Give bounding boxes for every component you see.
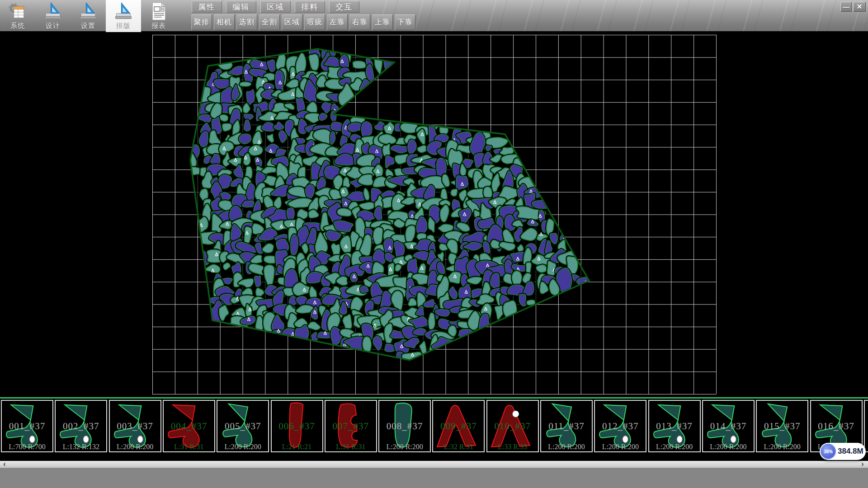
app-tabs: 系统设计设置排版报表 xyxy=(0,0,176,32)
thumbnail-cell-1[interactable]: 001_#37L:700 R:700 xyxy=(1,400,53,452)
app-tab-label: 设计 xyxy=(46,22,60,30)
app-tab-label: 系统 xyxy=(10,22,25,30)
tool-button-7[interactable]: 左靠 xyxy=(327,14,348,30)
app-tab-5[interactable]: 报表 xyxy=(141,0,176,32)
tool-button-10[interactable]: 下靠 xyxy=(395,14,415,30)
piece-lr-label: L:200 R:200 xyxy=(379,443,430,451)
piece-hole xyxy=(137,436,142,443)
toolbar: 系统设计设置排版报表 属性编辑区域排料交互 聚排相机选割全割区域瑕疵左靠右靠上靠… xyxy=(0,0,868,32)
design-icon xyxy=(43,1,63,21)
menu-item-4[interactable]: 排料 xyxy=(295,1,325,13)
progress-percent-badge: 38% xyxy=(821,444,836,459)
minimize-button[interactable]: — xyxy=(840,2,852,12)
piece-lr-label: L:33 R:33 xyxy=(487,443,538,451)
tool-button-5[interactable]: 区域 xyxy=(282,14,302,30)
piece-hole xyxy=(731,436,736,443)
menu-item-5[interactable]: 交互 xyxy=(329,1,359,13)
thumbnail-cell-3[interactable]: 003_#37L:200 R:200 xyxy=(109,400,161,452)
piece-id-label: 017_#37 xyxy=(865,421,868,432)
tool-button-3[interactable]: 选割 xyxy=(236,14,257,30)
thumbnail-cell-7[interactable]: 007_#37L:31 R:31 xyxy=(325,400,377,452)
piece-id-label: 015_#37 xyxy=(757,421,807,432)
piece-lr-label: L:200 R:200 xyxy=(541,443,592,451)
piece-hole xyxy=(84,436,89,443)
piece-id-label: 002_#37 xyxy=(56,421,106,432)
menu-bar: 属性编辑区域排料交互 xyxy=(192,1,363,14)
piece-id-label: 005_#37 xyxy=(217,421,268,432)
system-icon xyxy=(8,1,28,21)
piece-id-label: 012_#37 xyxy=(595,421,646,432)
thumbnail-cell-13[interactable]: 013_#37L:200 R:200 xyxy=(648,400,701,452)
window-controls: — ✕ xyxy=(839,2,866,12)
scroll-left-arrow-icon[interactable]: ‹ xyxy=(1,460,8,467)
menu-item-3[interactable]: 区域 xyxy=(260,1,291,13)
memory-usage-label: 384.8M xyxy=(838,443,863,460)
piece-hole xyxy=(677,436,682,443)
tool-button-6[interactable]: 瑕疵 xyxy=(304,14,325,30)
app-tab-1[interactable]: 系统 xyxy=(0,0,35,32)
piece-id-label: 013_#37 xyxy=(649,421,700,432)
nesting-canvas[interactable] xyxy=(0,32,868,397)
close-button[interactable]: ✕ xyxy=(853,2,866,12)
tool-button-9[interactable]: 上靠 xyxy=(372,14,393,30)
layout-icon xyxy=(113,1,133,21)
piece-id-label: 009_#37 xyxy=(433,421,484,432)
menu-item-2[interactable]: 编辑 xyxy=(226,1,256,13)
report-icon xyxy=(149,1,169,21)
app-tab-label: 报表 xyxy=(151,22,166,30)
thumbnail-cell-8[interactable]: 008_#37L:200 R:200 xyxy=(378,400,431,452)
piece-hole xyxy=(30,436,35,443)
thumbnail-cell-17[interactable]: 017_#37L:200 R:200 xyxy=(864,400,868,452)
scroll-right-arrow-icon[interactable]: › xyxy=(859,460,866,467)
app-tab-4[interactable]: 排版 xyxy=(106,0,141,32)
piece-lr-label: L:200 R:200 xyxy=(649,443,700,451)
thumbnail-cell-4[interactable]: 004_#37L:31 R:31 xyxy=(163,400,215,452)
tool-button-1[interactable]: 聚排 xyxy=(191,14,212,30)
piece-lr-label: L:21 R:21 xyxy=(272,443,322,451)
piece-lr-label: L:31 R:31 xyxy=(164,443,214,451)
thumbnail-cell-9[interactable]: 009_#37L:32 R:31 xyxy=(432,400,485,452)
piece-id-label: 008_#37 xyxy=(379,421,430,432)
thumbnail-cell-10[interactable]: 010_#37L:33 R:33 xyxy=(486,400,539,452)
tool-row: 聚排相机选割全割区域瑕疵左靠右靠上靠下靠 xyxy=(191,14,417,31)
piece-id-label: 004_#37 xyxy=(164,421,214,432)
piece-hole xyxy=(513,411,519,417)
piece-lr-label: L:31 R:31 xyxy=(326,443,376,451)
thumbnail-cell-2[interactable]: 002_#37L:132 R:132 xyxy=(55,400,107,452)
thumbnail-cell-14[interactable]: 014_#37L:200 R:200 xyxy=(702,400,755,452)
thumbnail-cell-15[interactable]: 015_#37L:200 R:200 xyxy=(756,400,808,452)
app-tab-3[interactable]: 设置 xyxy=(71,0,106,32)
tool-button-8[interactable]: 右靠 xyxy=(349,14,370,30)
menu-item-1[interactable]: 属性 xyxy=(192,1,222,13)
thumbnail-cell-11[interactable]: 011_#37L:200 R:200 xyxy=(540,400,593,452)
piece-thumbnail-strip: 001_#37L:700 R:700002_#37L:132 R:132003_… xyxy=(0,399,868,461)
piece-lr-label: L:200 R:200 xyxy=(757,443,807,451)
piece-id-label: 007_#37 xyxy=(326,421,376,432)
piece-id-label: 003_#37 xyxy=(110,421,160,432)
thumbnail-cell-12[interactable]: 012_#37L:200 R:200 xyxy=(594,400,646,452)
tool-button-4[interactable]: 全割 xyxy=(259,14,280,30)
piece-id-label: 001_#37 xyxy=(2,421,52,432)
app-tab-2[interactable]: 设计 xyxy=(35,0,71,32)
app-tab-label: 设置 xyxy=(81,22,95,30)
app-tab-label: 排版 xyxy=(116,22,131,30)
tool-button-2[interactable]: 相机 xyxy=(214,14,235,30)
piece-lr-label: L:200 R:200 xyxy=(703,443,754,451)
thumbnail-cell-5[interactable]: 005_#37L:200 R:200 xyxy=(217,400,269,452)
thumbnail-cell-6[interactable]: 006_#37L:21 R:21 xyxy=(271,400,323,452)
piece-lr-label: L:200 R:200 xyxy=(595,443,646,451)
piece-id-label: 014_#37 xyxy=(703,421,754,432)
piece-id-label: 011_#37 xyxy=(541,421,592,432)
piece-lr-label: L:132 R:132 xyxy=(56,443,106,451)
piece-hole xyxy=(623,436,628,443)
piece-lr-label: L:200 R:200 xyxy=(110,443,160,451)
piece-id-label: 010_#37 xyxy=(487,421,538,432)
piece-lr-label: L:200 R:200 xyxy=(217,443,268,451)
horizontal-scrollbar[interactable]: ‹ › xyxy=(0,461,868,468)
progress-pill: 38% 384.8M xyxy=(820,443,866,460)
piece-lr-label: L:700 R:700 xyxy=(2,443,52,451)
toolbar-texture xyxy=(362,0,868,31)
settings-icon xyxy=(78,1,98,21)
piece-id-label: 016_#37 xyxy=(811,421,862,432)
status-bar xyxy=(0,468,868,488)
